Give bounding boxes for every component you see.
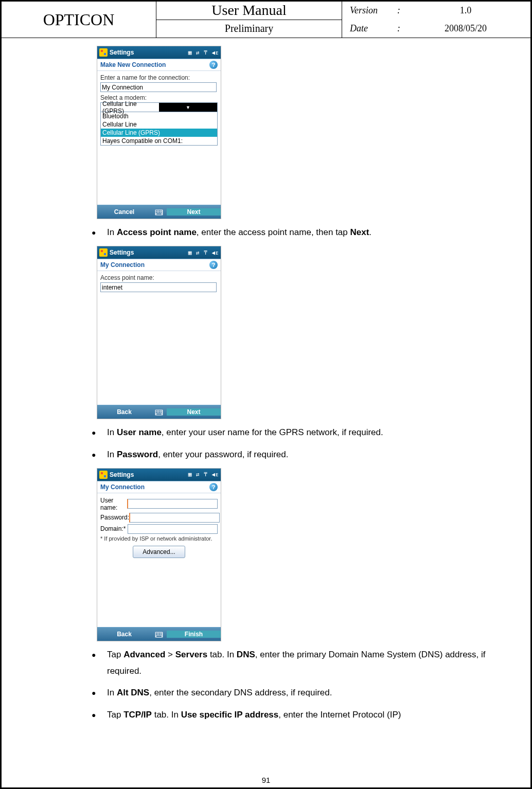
keyboard-icon[interactable] [151,208,167,216]
finish-button[interactable]: Finish [167,631,221,638]
svg-rect-15 [156,412,157,413]
brand: OPTICON [2,2,156,38]
version-value: 1.0 [409,5,523,16]
modem-options-list: Bluetooth Cellular Line Cellular Line (G… [100,112,218,146]
next-button[interactable]: Next [167,208,221,216]
svg-rect-29 [156,636,162,637]
svg-rect-17 [159,412,160,413]
start-icon[interactable] [99,471,108,479]
svg-rect-16 [157,412,158,413]
start-icon[interactable] [99,48,108,57]
back-button[interactable]: Back [97,408,151,416]
svg-rect-7 [159,212,160,213]
svg-rect-9 [156,213,162,214]
doc-title: User Manual [156,2,342,20]
page-number: 91 [262,776,271,784]
modem-select[interactable]: Cellular Line (GPRS) ▼ [100,102,218,112]
svg-rect-14 [161,410,162,411]
svg-rect-13 [159,410,160,411]
doc-header: OPTICON User Manual Preliminary Version … [2,2,530,38]
status-icons: ▦ ⇄ ₸ ◀ᴇ [188,471,219,478]
dropdown-arrow-icon[interactable]: ▼ [159,103,217,112]
svg-rect-3 [159,210,160,211]
svg-rect-22 [157,633,158,634]
instruction-advanced-servers: ● Tap Advanced > Servers tab. In DNS, en… [92,647,510,680]
svg-rect-18 [161,412,162,413]
svg-rect-19 [156,414,162,415]
username-input[interactable] [127,499,218,509]
svg-rect-11 [156,410,157,411]
option-cellular-line[interactable]: Cellular Line [101,120,217,129]
screenshot-credentials: Settings ▦ ⇄ ₸ ◀ᴇ My Connection ? User n… [97,468,221,641]
svg-rect-5 [156,212,157,213]
app-title: Settings [110,471,186,478]
app-title: Settings [110,249,186,256]
option-hayes-com1[interactable]: Hayes Compatible on COM1: [101,137,217,145]
instruction-alt-dns: ● In Alt DNS, enter the secondary DNS ad… [92,685,510,701]
screen-title: My Connection [100,483,145,491]
svg-rect-21 [156,633,157,634]
advanced-button[interactable]: Advanced... [133,546,185,558]
svg-rect-6 [157,212,158,213]
label-password: Password: [100,514,129,521]
svg-rect-1 [156,210,157,211]
svg-rect-2 [157,210,158,211]
keyboard-icon[interactable] [151,631,167,638]
option-cellular-line-gprs[interactable]: Cellular Line (GPRS) [101,129,217,137]
svg-rect-28 [161,634,162,635]
date-value: 2008/05/20 [409,23,523,34]
svg-rect-25 [156,634,157,635]
domain-input[interactable] [128,524,218,534]
svg-rect-27 [159,634,160,635]
keyboard-icon[interactable] [151,408,167,416]
status-icons: ▦ ⇄ ₸ ◀ᴇ [188,249,219,256]
label-domain: Domain:* [100,525,128,532]
instruction-apn: ● In Access point name, enter the access… [92,224,510,241]
svg-rect-12 [157,410,158,411]
label-username: User name: [100,497,127,511]
svg-rect-24 [161,633,162,634]
label-connection-name: Enter a name for the connection: [100,74,218,81]
back-button[interactable]: Back [97,631,151,638]
status-icons: ▦ ⇄ ₸ ◀ᴇ [188,49,219,56]
help-icon[interactable]: ? [209,261,218,269]
screen-title: My Connection [100,261,145,268]
svg-rect-26 [157,634,158,635]
svg-rect-8 [161,212,162,213]
label-apn: Access point name: [100,274,218,281]
apn-input[interactable] [100,282,217,292]
app-title: Settings [110,49,186,56]
screenshot-make-new-connection: Settings ▦ ⇄ ₸ ◀ᴇ Make New Connection ? … [97,46,221,219]
next-button[interactable]: Next [167,408,221,416]
option-bluetooth[interactable]: Bluetooth [101,112,217,120]
date-label: Date [350,23,391,34]
help-icon[interactable]: ? [209,61,218,69]
instruction-tcpip: ● Tap TCP/IP tab. In Use specific IP add… [92,707,510,723]
svg-rect-4 [161,210,162,211]
screen-title: Make New Connection [100,61,166,68]
isp-note: * If provided by ISP or network administ… [100,535,218,542]
start-icon[interactable] [99,248,108,257]
svg-rect-23 [159,633,160,634]
screenshot-apn: Settings ▦ ⇄ ₸ ◀ᴇ My Connection ? Access… [97,246,221,419]
instruction-password: ● In Password, enter your password, if r… [92,446,510,463]
connection-name-input[interactable] [100,82,217,92]
password-input[interactable] [129,513,220,523]
version-label: Version [350,5,391,16]
help-icon[interactable]: ? [209,483,218,491]
doc-subtitle: Preliminary [156,20,342,38]
instruction-username: ● In User name, enter your user name for… [92,424,510,441]
cancel-button[interactable]: Cancel [97,208,151,216]
